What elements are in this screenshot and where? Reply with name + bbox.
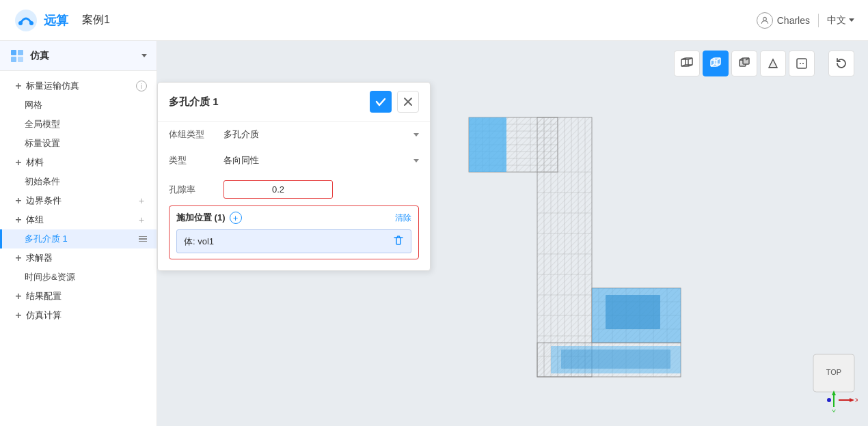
delete-vol1-button[interactable] bbox=[393, 235, 404, 248]
porosity-label: 孔隙率 bbox=[169, 184, 223, 196]
svg-rect-91 bbox=[606, 295, 660, 329]
body-groups-label: 体组 bbox=[26, 214, 44, 226]
initial-conditions-label: 初始条件 bbox=[25, 175, 60, 188]
apply-plus-button[interactable]: + bbox=[230, 212, 242, 224]
panel-confirm-button[interactable] bbox=[370, 91, 392, 113]
sidebar: 仿真 标量运输仿真 i 网格 全局模型 标量设置 bbox=[0, 41, 157, 426]
sidebar-item-time-resource[interactable]: 时间步&资源 bbox=[0, 268, 157, 287]
panel-header: 多孔介质 1 bbox=[158, 83, 430, 122]
svg-point-0 bbox=[15, 10, 37, 31]
panel-row-type: 类型 各向同性 bbox=[158, 147, 430, 173]
global-model-label: 全局模型 bbox=[25, 118, 60, 130]
language-chevron-icon bbox=[849, 18, 854, 22]
materials-label: 材料 bbox=[26, 156, 44, 169]
sidebar-item-global-model[interactable]: 全局模型 bbox=[0, 115, 157, 134]
porosity-input[interactable] bbox=[223, 180, 333, 199]
apply-clear-button[interactable]: 清除 bbox=[395, 212, 411, 224]
sidebar-content: 标量运输仿真 i 网格 全局模型 标量设置 材料 bbox=[0, 71, 157, 330]
type-chevron-icon bbox=[413, 159, 419, 162]
svg-rect-11 bbox=[18, 160, 19, 165]
sidebar-item-sim-calc[interactable]: 仿真计算 bbox=[0, 306, 157, 325]
svg-point-1 bbox=[18, 21, 23, 25]
body-groups-plus-icon[interactable]: + bbox=[136, 214, 147, 225]
model-3d bbox=[455, 83, 742, 384]
logo-icon bbox=[14, 8, 38, 33]
sidebar-item-boundary-conditions[interactable]: 边界条件 + bbox=[0, 191, 157, 210]
scalar-transport-label: 标量运输仿真 bbox=[26, 80, 79, 92]
scalar-settings-label: 标量设置 bbox=[25, 137, 60, 150]
info-icon[interactable]: i bbox=[136, 81, 147, 91]
logo-text: 远算 bbox=[44, 12, 68, 29]
panel-row-porosity: 孔隙率 bbox=[158, 173, 430, 205]
panel: 多孔介质 1 体组类型 多孔介质 类型 bbox=[157, 82, 431, 271]
apply-title: 施加位置 (1) bbox=[176, 212, 226, 224]
panel-row-group-type: 体组类型 多孔介质 bbox=[158, 122, 430, 147]
language-selector[interactable]: 中文 bbox=[827, 14, 854, 27]
reset-view-button[interactable] bbox=[828, 51, 854, 76]
project-title: 案例1 bbox=[82, 13, 110, 27]
type-value[interactable]: 各向同性 bbox=[223, 154, 419, 167]
svg-rect-9 bbox=[18, 83, 19, 89]
sidebar-header: 仿真 bbox=[0, 41, 157, 71]
wireframe-view-button[interactable] bbox=[674, 51, 700, 76]
simulation-icon bbox=[10, 48, 25, 63]
header: 远算 案例1 Charles 中文 bbox=[0, 0, 868, 41]
svg-rect-5 bbox=[18, 50, 23, 55]
main-layout: 仿真 标量运输仿真 i 网格 全局模型 标量设置 bbox=[0, 41, 868, 426]
svg-rect-13 bbox=[18, 198, 19, 203]
sidebar-item-scalar-transport[interactable]: 标量运输仿真 i bbox=[0, 76, 157, 96]
user-avatar-icon bbox=[757, 12, 773, 29]
apply-item-label: 体: vol1 bbox=[184, 236, 393, 248]
porous-media-1-label: 多孔介质 1 bbox=[25, 233, 68, 245]
solid-view-button[interactable] bbox=[703, 51, 729, 76]
language-label: 中文 bbox=[827, 14, 846, 27]
boundary-conditions-label: 边界条件 bbox=[26, 195, 62, 207]
group-type-label: 体组类型 bbox=[169, 128, 223, 141]
svg-rect-15 bbox=[18, 217, 19, 223]
sidebar-item-mesh[interactable]: 网格 bbox=[0, 96, 157, 115]
result-config-label: 结果配置 bbox=[26, 290, 62, 302]
svg-marker-40 bbox=[769, 59, 777, 68]
coordinate-gizmo: TOP Y X bbox=[810, 351, 858, 412]
sidebar-item-result-config[interactable]: 结果配置 bbox=[0, 287, 157, 306]
sidebar-collapse-icon[interactable] bbox=[141, 54, 147, 57]
solid-edge-view-button[interactable] bbox=[731, 51, 757, 76]
apply-section-header: 施加位置 (1) + 清除 bbox=[176, 212, 411, 224]
panel-title: 多孔介质 1 bbox=[169, 96, 370, 109]
user-info[interactable]: Charles bbox=[757, 12, 810, 29]
surface-view-button[interactable] bbox=[760, 51, 786, 76]
sidebar-item-initial-conditions[interactable]: 初始条件 bbox=[0, 172, 157, 191]
sidebar-item-materials[interactable]: 材料 bbox=[0, 153, 157, 172]
user-name: Charles bbox=[777, 15, 810, 26]
sidebar-item-body-groups[interactable]: 体组 + bbox=[0, 210, 157, 229]
svg-rect-4 bbox=[11, 50, 16, 55]
expand-icon-body bbox=[14, 215, 23, 225]
group-type-text: 多孔介质 bbox=[223, 128, 259, 141]
logo: 远算 bbox=[14, 8, 68, 33]
type-label: 类型 bbox=[169, 154, 223, 167]
expand-icon-result bbox=[14, 292, 23, 301]
sidebar-item-porous-media-1[interactable]: 多孔介质 1 bbox=[0, 229, 157, 248]
hidden-line-view-button[interactable] bbox=[789, 51, 815, 76]
group-type-value[interactable]: 多孔介质 bbox=[223, 128, 419, 141]
boundary-plus-icon[interactable]: + bbox=[136, 195, 147, 206]
header-right: Charles 中文 bbox=[757, 12, 854, 29]
expand-icon-materials bbox=[14, 158, 23, 167]
svg-rect-19 bbox=[18, 294, 19, 299]
header-divider bbox=[818, 14, 819, 27]
time-resource-label: 时间步&资源 bbox=[25, 271, 75, 283]
svg-rect-7 bbox=[18, 57, 23, 62]
expand-icon-sim-calc bbox=[14, 311, 23, 320]
sidebar-item-scalar-settings[interactable]: 标量设置 bbox=[0, 134, 157, 153]
svg-point-113 bbox=[827, 398, 831, 402]
expand-icon-boundary bbox=[14, 196, 23, 205]
svg-marker-111 bbox=[850, 398, 854, 402]
panel-close-button[interactable] bbox=[397, 91, 419, 113]
sim-calc-label: 仿真计算 bbox=[26, 309, 62, 322]
sidebar-title: 仿真 bbox=[30, 50, 136, 62]
sidebar-item-solver[interactable]: 求解器 bbox=[0, 248, 157, 268]
svg-point-3 bbox=[763, 17, 766, 20]
mesh-label: 网格 bbox=[25, 99, 42, 111]
svg-rect-6 bbox=[11, 57, 16, 62]
svg-text:Y: Y bbox=[832, 408, 836, 412]
